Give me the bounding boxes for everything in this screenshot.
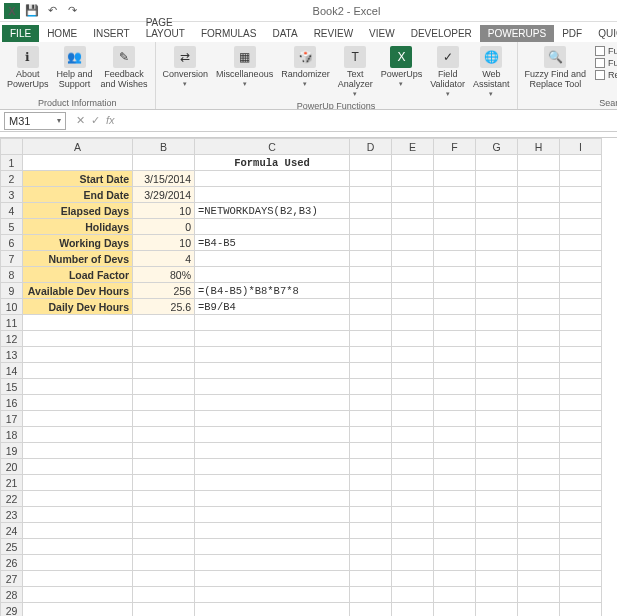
cell[interactable]: [23, 571, 133, 587]
text-analyzer-button[interactable]: TTextAnalyzer▾: [335, 44, 376, 100]
cell[interactable]: [560, 379, 602, 395]
cell[interactable]: [392, 539, 434, 555]
about-powerups-button[interactable]: ℹAboutPowerUps: [4, 44, 52, 92]
cell[interactable]: [392, 315, 434, 331]
cell[interactable]: [560, 587, 602, 603]
cell[interactable]: 25.6: [133, 299, 195, 315]
cell[interactable]: [560, 571, 602, 587]
cell[interactable]: [476, 379, 518, 395]
row-header[interactable]: 7: [1, 251, 23, 267]
cell[interactable]: [518, 491, 560, 507]
cell[interactable]: [350, 235, 392, 251]
cell[interactable]: [518, 155, 560, 171]
regex-match-check[interactable]: Regular Expression Match: [595, 70, 617, 80]
cell[interactable]: [350, 203, 392, 219]
cell[interactable]: [392, 427, 434, 443]
cell[interactable]: [560, 155, 602, 171]
cell[interactable]: [23, 379, 133, 395]
cell[interactable]: [133, 395, 195, 411]
feedback-button[interactable]: ✎Feedbackand Wishes: [98, 44, 151, 92]
cell[interactable]: [434, 251, 476, 267]
cell[interactable]: [476, 187, 518, 203]
cell[interactable]: [392, 507, 434, 523]
cell[interactable]: [518, 363, 560, 379]
cell[interactable]: [23, 331, 133, 347]
cell[interactable]: [434, 459, 476, 475]
cell[interactable]: [518, 203, 560, 219]
row-header[interactable]: 10: [1, 299, 23, 315]
cell[interactable]: [350, 571, 392, 587]
cell[interactable]: [434, 219, 476, 235]
cell[interactable]: [560, 251, 602, 267]
row-header[interactable]: 19: [1, 443, 23, 459]
cell[interactable]: Number of Devs: [23, 251, 133, 267]
tab-review[interactable]: REVIEW: [306, 25, 361, 42]
cell[interactable]: Working Days: [23, 235, 133, 251]
row-header[interactable]: 2: [1, 171, 23, 187]
cell[interactable]: [434, 331, 476, 347]
cell[interactable]: [350, 603, 392, 617]
field-validator-button[interactable]: ✓FieldValidator▾: [427, 44, 468, 100]
redo-icon[interactable]: ↷: [64, 3, 80, 19]
cell[interactable]: [23, 539, 133, 555]
powerups-button[interactable]: XPowerUps▾: [378, 44, 426, 90]
cell[interactable]: [23, 507, 133, 523]
cell[interactable]: [476, 443, 518, 459]
cell[interactable]: [195, 491, 350, 507]
cell[interactable]: [195, 267, 350, 283]
cell[interactable]: 0: [133, 219, 195, 235]
cell[interactable]: [476, 267, 518, 283]
formula-input[interactable]: [125, 112, 617, 130]
cell[interactable]: [350, 363, 392, 379]
cell[interactable]: [476, 459, 518, 475]
cell[interactable]: [518, 523, 560, 539]
cell[interactable]: [392, 251, 434, 267]
cell[interactable]: [434, 427, 476, 443]
cell[interactable]: [392, 379, 434, 395]
row-header[interactable]: 17: [1, 411, 23, 427]
cell[interactable]: [392, 299, 434, 315]
row-header[interactable]: 26: [1, 555, 23, 571]
cell[interactable]: [195, 187, 350, 203]
cell[interactable]: [518, 507, 560, 523]
cell[interactable]: [518, 395, 560, 411]
cell[interactable]: =B9/B4: [195, 299, 350, 315]
cell[interactable]: [350, 283, 392, 299]
row-header[interactable]: 4: [1, 203, 23, 219]
cell[interactable]: [476, 491, 518, 507]
cell[interactable]: [560, 299, 602, 315]
cell[interactable]: [133, 427, 195, 443]
cell[interactable]: Start Date: [23, 171, 133, 187]
cell[interactable]: [476, 475, 518, 491]
cell[interactable]: [560, 187, 602, 203]
cell[interactable]: [434, 155, 476, 171]
row-header[interactable]: 28: [1, 587, 23, 603]
cell[interactable]: [350, 347, 392, 363]
enter-icon[interactable]: ✓: [91, 114, 100, 127]
cell[interactable]: [560, 603, 602, 617]
tab-view[interactable]: VIEW: [361, 25, 403, 42]
cell[interactable]: [434, 411, 476, 427]
cell[interactable]: [476, 347, 518, 363]
cell[interactable]: [434, 571, 476, 587]
cell[interactable]: [560, 235, 602, 251]
cell[interactable]: [195, 603, 350, 617]
cell[interactable]: [392, 395, 434, 411]
cell[interactable]: [195, 171, 350, 187]
column-header-a[interactable]: A: [23, 139, 133, 155]
tab-developer[interactable]: DEVELOPER: [403, 25, 480, 42]
misc-button[interactable]: ▦Miscellaneous▾: [213, 44, 276, 90]
cell[interactable]: [350, 171, 392, 187]
cell[interactable]: [195, 379, 350, 395]
cell[interactable]: [350, 267, 392, 283]
cell[interactable]: [476, 155, 518, 171]
cell[interactable]: Holidays: [23, 219, 133, 235]
fuzzy-vlookup-check[interactable]: Fuzzy VLOOKUP: [595, 46, 617, 56]
cell[interactable]: [23, 475, 133, 491]
cell[interactable]: [476, 363, 518, 379]
cell[interactable]: [392, 491, 434, 507]
cell[interactable]: [560, 475, 602, 491]
cell[interactable]: [392, 523, 434, 539]
cell[interactable]: [518, 315, 560, 331]
column-header-e[interactable]: E: [392, 139, 434, 155]
